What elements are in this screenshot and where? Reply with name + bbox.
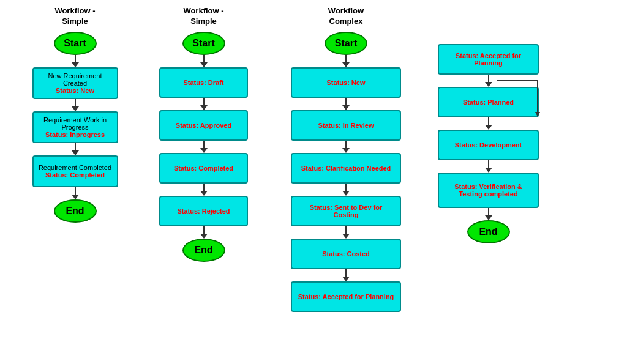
col4-node-3: Status: Development xyxy=(438,130,539,160)
col1-node-1: New Requirement Created Status: New xyxy=(32,67,118,99)
workflow-col-1: Workflow -Simple Start New Requirement C… xyxy=(24,6,126,223)
col4-node-4: Status: Verification & Testing completed xyxy=(438,173,539,208)
col2-end: End xyxy=(182,239,225,262)
col1-end: End xyxy=(54,199,97,223)
col1-title: Workflow -Simple xyxy=(54,6,95,27)
col3-node-1: Status: New xyxy=(291,67,401,98)
workflow-col-4: Status: Accepted for Planning Status: Pl… xyxy=(429,44,548,243)
workflow-col-3: WorkflowComplex Start Status: New Status… xyxy=(282,6,410,312)
diagram-container: Workflow -Simple Start New Requirement C… xyxy=(0,0,627,364)
col3-node-3: Status: Clarification Needed xyxy=(291,153,401,184)
workflow-col-2: Workflow -Simple Start Status: Draft Sta… xyxy=(150,6,257,262)
col4-node-1: Status: Accepted for Planning xyxy=(438,44,539,75)
col3-node-6: Status: Accepted for Planning xyxy=(291,281,401,312)
col2-start: Start xyxy=(182,32,225,55)
col3-node-5: Status: Costed xyxy=(291,239,401,269)
col4-end: End xyxy=(467,220,510,243)
col3-title: WorkflowComplex xyxy=(328,6,364,27)
col3-node-2: Status: In Review xyxy=(291,110,401,141)
col1-node-3: Requirement Completed Status: Completed xyxy=(32,155,118,187)
col3-start: Start xyxy=(325,32,367,55)
col2-node-4: Status: Rejected xyxy=(159,196,248,226)
col1-start: Start xyxy=(54,32,97,55)
col2-node-3: Status: Completed xyxy=(159,153,248,184)
col3-node-4: Status: Sent to Dev for Costing xyxy=(291,196,401,226)
col2-title: Workflow -Simple xyxy=(183,6,223,27)
col1-node-2: Requirement Work in Progress Status: Inp… xyxy=(32,111,118,143)
col2-node-1: Status: Draft xyxy=(159,67,248,98)
col4-node-2: Status: Planned xyxy=(438,87,539,117)
col2-node-2: Status: Approved xyxy=(159,110,248,141)
